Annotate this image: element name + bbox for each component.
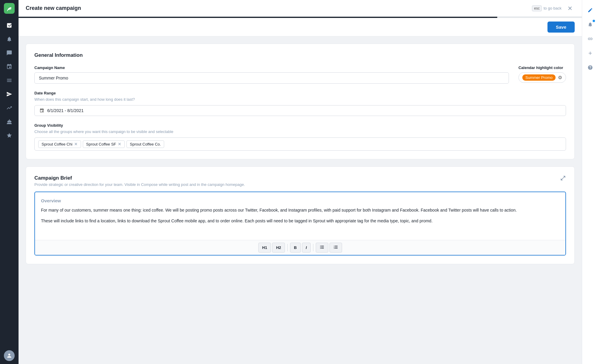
calendar-color-label: Calendar highlight color	[518, 65, 566, 70]
ol-icon	[333, 245, 338, 250]
sidebar-item-analytics[interactable]	[3, 102, 15, 114]
toolbar-separator	[287, 244, 288, 251]
notification-badge	[593, 20, 595, 22]
sidebar-item-queue[interactable]	[3, 74, 15, 86]
sidebar-item-notifications[interactable]	[3, 33, 15, 45]
right-notifications-button[interactable]	[584, 19, 596, 30]
sidebar-item-compose[interactable]	[3, 19, 15, 31]
right-link-button[interactable]	[584, 33, 596, 45]
expand-icon	[560, 175, 566, 181]
date-range-label: Date Range	[34, 91, 566, 95]
date-range-value: 6/1/2021 - 8/1/2021	[47, 108, 83, 113]
sidebar-item-bot[interactable]	[3, 116, 15, 128]
save-button[interactable]: Save	[547, 22, 575, 33]
campaign-name-label: Campaign Name	[34, 65, 509, 70]
editor-heading: Overview	[41, 198, 559, 203]
group-visibility-label: Group Visibility	[34, 123, 566, 128]
tag-item: Sprout Coffee Co.	[126, 140, 164, 148]
date-range-desc: When does this campaign start, and how l…	[34, 97, 566, 102]
topbar-actions: esc to go back ✕	[532, 4, 575, 13]
editor-toolbar: H1 H2 B I	[35, 240, 565, 255]
save-bar: Save	[19, 18, 582, 36]
sidebar-item-tasks[interactable]	[3, 61, 15, 73]
edit-icon	[588, 7, 593, 13]
color-picker[interactable]: Summer Promo ⚙	[518, 72, 566, 83]
tag-item: Sprout Coffee SF ✕	[83, 140, 125, 148]
sidebar-item-messages[interactable]	[3, 47, 15, 59]
editor-content[interactable]: Overview For many of our customers, summ…	[35, 192, 565, 240]
right-sidebar	[582, 0, 598, 364]
right-help-button[interactable]	[584, 62, 596, 74]
calendar-color-group: Calendar highlight color Summer Promo ⚙	[518, 65, 566, 84]
tag-label: Sprout Coffee Chi	[42, 142, 72, 146]
tag-item: Sprout Coffee Chi ✕	[38, 140, 81, 148]
group-visibility-desc: Choose all the groups where you want thi…	[34, 129, 566, 134]
tag-remove-button[interactable]: ✕	[118, 142, 121, 146]
app-logo[interactable]	[4, 3, 15, 14]
esc-badge: esc	[532, 5, 542, 11]
color-gear-icon: ⚙	[558, 75, 562, 80]
group-visibility-group: Group Visibility Choose all the groups w…	[34, 123, 566, 151]
esc-hint: esc to go back	[532, 5, 562, 11]
topbar: Create new campaign esc to go back ✕	[19, 0, 582, 17]
tags-container[interactable]: Sprout Coffee Chi ✕ Sprout Coffee SF ✕ S…	[34, 137, 566, 151]
expand-button[interactable]	[560, 175, 566, 183]
brief-header: Campaign Brief Provide strategic or crea…	[34, 175, 566, 187]
brief-title-group: Campaign Brief Provide strategic or crea…	[34, 175, 245, 187]
campaign-brief-title: Campaign Brief	[34, 175, 245, 181]
page-title: Create new campaign	[26, 5, 532, 11]
toolbar-separator-2	[313, 244, 313, 251]
rich-text-editor[interactable]: Overview For many of our customers, summ…	[34, 192, 566, 256]
esc-hint-text: to go back	[544, 6, 562, 10]
ul-icon	[320, 245, 324, 250]
help-icon	[588, 65, 593, 70]
date-range-button[interactable]: 6/1/2021 - 8/1/2021	[34, 105, 566, 116]
right-add-button[interactable]	[584, 47, 596, 59]
left-sidebar	[0, 0, 19, 364]
tag-label: Sprout Coffee SF	[86, 142, 116, 146]
campaign-name-group: Campaign Name	[34, 65, 509, 84]
calendar-icon	[39, 108, 44, 113]
toolbar-bold-button[interactable]: B	[290, 243, 300, 253]
sidebar-item-publish[interactable]	[3, 88, 15, 100]
tag-remove-button[interactable]: ✕	[74, 142, 78, 146]
toolbar-ol-button[interactable]	[329, 243, 342, 253]
main-content: Create new campaign esc to go back ✕ Sav…	[19, 0, 582, 364]
user-avatar[interactable]	[4, 350, 15, 361]
sidebar-item-favorites[interactable]	[3, 129, 15, 141]
toolbar-italic-button[interactable]: I	[302, 243, 311, 253]
toolbar-h1-button[interactable]: H1	[258, 243, 271, 253]
date-range-group: Date Range When does this campaign start…	[34, 91, 566, 116]
add-icon	[588, 51, 593, 56]
general-info-card: General Information Campaign Name Calend…	[26, 44, 575, 159]
tag-label: Sprout Coffee Co.	[130, 142, 161, 146]
content-area: General Information Campaign Name Calend…	[19, 36, 582, 364]
color-name: Summer Promo	[522, 74, 556, 81]
name-color-row: Campaign Name Calendar highlight color S…	[34, 65, 566, 84]
notifications-icon	[588, 22, 593, 27]
close-button[interactable]: ✕	[565, 4, 575, 13]
link-icon	[588, 36, 593, 42]
general-info-title: General Information	[34, 52, 566, 58]
campaign-brief-card: Campaign Brief Provide strategic or crea…	[26, 166, 575, 264]
toolbar-ul-button[interactable]	[316, 243, 328, 253]
editor-paragraph-1: For many of our customers, summer means …	[41, 207, 559, 213]
campaign-name-input[interactable]	[34, 72, 509, 84]
editor-paragraph-2: These will include links to find a locat…	[41, 218, 559, 224]
toolbar-h2-button[interactable]: H2	[272, 243, 285, 253]
campaign-brief-subtitle: Provide strategic or creative direction …	[34, 182, 245, 187]
right-edit-button[interactable]	[584, 4, 596, 16]
